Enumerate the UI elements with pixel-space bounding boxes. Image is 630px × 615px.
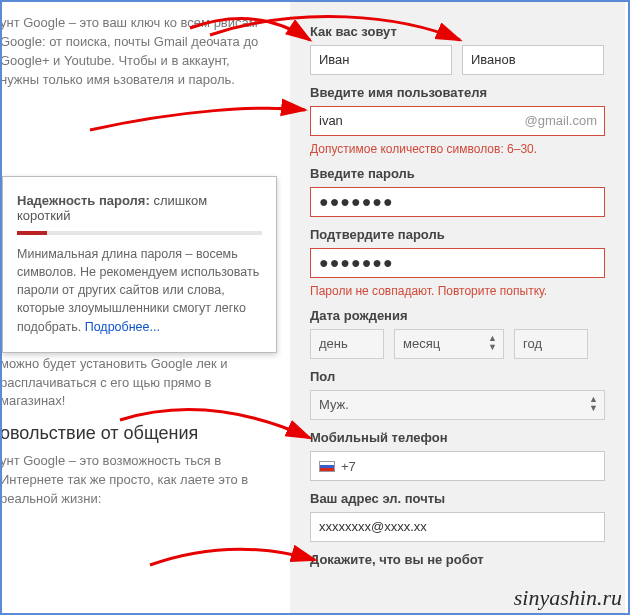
watermark: sinyashin.ru <box>514 585 622 611</box>
phone-value: +7 <box>341 459 356 474</box>
month-select[interactable]: месяц▲▼ <box>394 329 504 359</box>
signup-form: Как вас зовут Иван Иванов Введите имя по… <box>290 0 625 615</box>
label-gender: Пол <box>310 369 605 384</box>
label-username: Введите имя пользователя <box>310 85 605 100</box>
password-input[interactable]: ●●●●●●● <box>310 187 605 217</box>
gender-select[interactable]: Муж.▲▼ <box>310 390 605 420</box>
more-link[interactable]: Подробнее... <box>85 320 160 334</box>
confirm-password-input[interactable]: ●●●●●●● <box>310 248 605 278</box>
popup-title: Надежность пароля: слишком короткий <box>17 193 262 223</box>
chevron-updown-icon: ▲▼ <box>488 334 497 352</box>
flag-ru-icon <box>319 461 335 472</box>
heading-communication: овольствие от общения <box>0 423 270 444</box>
label-phone: Мобильный телефон <box>310 430 605 445</box>
label-robot: Докажите, что вы не робот <box>310 552 605 567</box>
chevron-updown-icon: ▲▼ <box>589 395 598 413</box>
recovery-email-input[interactable]: xxxxxxxx@xxxx.xx <box>310 512 605 542</box>
username-error: Допустимое количество символов: 6–30. <box>310 142 605 156</box>
password-error: Пароли не совпадают. Повторите попытку. <box>310 284 605 298</box>
strength-bar <box>17 231 262 235</box>
password-strength-popup: Надежность пароля: слишком короткий Мини… <box>2 176 277 353</box>
label-password: Введите пароль <box>310 166 605 181</box>
first-name-input[interactable]: Иван <box>310 45 452 75</box>
year-select[interactable]: год <box>514 329 588 359</box>
last-name-input[interactable]: Иванов <box>462 45 604 75</box>
label-confirm: Подтвердите пароль <box>310 227 605 242</box>
domain-suffix: @gmail.com <box>525 106 597 136</box>
phone-input[interactable]: +7 <box>310 451 605 481</box>
intro-text: унт Google – это ваш ключ ко всем рвисам… <box>0 14 270 89</box>
p2-text: унт Google – это возможность ться в Инте… <box>0 452 270 509</box>
day-select[interactable]: день <box>310 329 384 359</box>
label-name: Как вас зовут <box>310 24 605 39</box>
popup-body: Минимальная длина пароля – восемь символ… <box>17 245 262 336</box>
label-email: Ваш адрес эл. почты <box>310 491 605 506</box>
label-dob: Дата рождения <box>310 308 605 323</box>
